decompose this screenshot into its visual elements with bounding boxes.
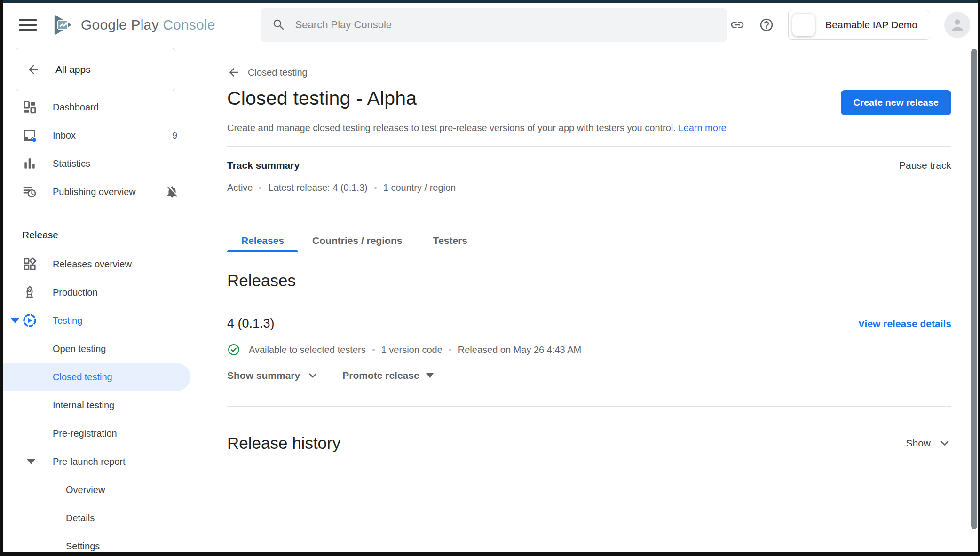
promote-release-button[interactable]: Promote release (342, 370, 433, 381)
show-summary-label: Show summary (227, 370, 300, 381)
show-label: Show (906, 438, 931, 449)
learn-more-link[interactable]: Learn more (678, 123, 726, 133)
sidebar-item-internal-testing[interactable]: Internal testing (3, 391, 196, 419)
link-icon[interactable] (730, 17, 745, 32)
inbox-count-badge: 9 (172, 130, 177, 141)
search-bar[interactable] (261, 8, 727, 42)
title-row: Closed testing - Alpha Create new releas… (227, 87, 951, 115)
sidebar-item-production[interactable]: Production (3, 278, 196, 306)
sidebar-item-label: Details (66, 513, 95, 524)
back-label: Closed testing (248, 67, 308, 78)
tab-countries-regions[interactable]: Countries / regions (298, 229, 416, 252)
release-row: 4 (0.1.3) View release details (227, 316, 951, 331)
release-section-label: Release (22, 229, 196, 245)
sidebar-item-open-testing[interactable]: Open testing (3, 335, 196, 363)
track-summary-section: Track summary Pause track Active Latest … (227, 147, 951, 193)
release-name: 4 (0.1.3) (227, 316, 275, 331)
sidebar-item-dashboard[interactable]: Dashboard (3, 93, 196, 121)
pause-track-button[interactable]: Pause track (899, 160, 951, 171)
play-logo-icon (51, 13, 75, 37)
back-arrow-icon (26, 63, 40, 77)
promote-release-label: Promote release (342, 370, 419, 381)
window-top-bar (0, 0, 980, 3)
track-summary-meta: Active Latest release: 4 (0.1.3) 1 count… (227, 182, 951, 193)
sidebar-item-label: Inbox (53, 130, 76, 141)
sidebar-nav-top: Dashboard Inbox 9 Statistics (3, 93, 196, 206)
sidebar-divider (3, 217, 196, 217)
back-arrow-icon (227, 66, 240, 79)
dot-separator (449, 349, 451, 351)
rocket-icon (22, 285, 37, 300)
sidebar-item-label: Pre-launch report (53, 456, 126, 467)
search-input[interactable] (295, 19, 672, 31)
sidebar-item-pre-launch-report[interactable]: Pre-launch report (3, 447, 196, 476)
released-on-text: Released on May 26 4:43 AM (458, 345, 581, 355)
back-link[interactable]: Closed testing (227, 66, 308, 79)
page-description: Create and manage closed testing release… (227, 123, 951, 133)
menu-icon[interactable] (19, 18, 37, 32)
release-history-section: Release history Show (227, 434, 951, 453)
window-bottom-edge (0, 552, 980, 556)
view-release-details-link[interactable]: View release details (858, 318, 951, 329)
page-title: Closed testing - Alpha (227, 87, 417, 110)
sidebar-item-prelaunch-overview[interactable]: Overview (3, 476, 196, 504)
sidebar-item-releases-overview[interactable]: Releases overview (3, 250, 196, 278)
sidebar-item-label: Statistics (53, 158, 90, 169)
sidebar-item-label: Dashboard (53, 102, 99, 113)
logo-text: Google Play Console (81, 17, 215, 33)
countries-text: 1 country / region (383, 182, 456, 193)
sidebar-item-prelaunch-details[interactable]: Details (3, 504, 196, 532)
search-icon (272, 18, 286, 32)
sidebar-nav-release: Releases overview Production Testing (3, 250, 196, 556)
sidebar-item-statistics[interactable]: Statistics (3, 149, 196, 178)
app-icon (792, 14, 815, 36)
bar-chart-icon (22, 156, 37, 171)
sidebar-item-label: Settings (66, 541, 100, 552)
notifications-off-icon (165, 185, 179, 199)
releases-heading: Releases (227, 271, 951, 290)
availability-text: Available to selected testers (249, 345, 366, 355)
app-switcher-chip[interactable]: Beamable IAP Demo (788, 10, 930, 40)
dot-separator (259, 187, 261, 189)
app-name: Beamable IAP Demo (825, 19, 917, 31)
google-play-console-logo[interactable]: Google Play Console (51, 13, 215, 37)
sidebar-item-label: Pre-registration (53, 428, 117, 439)
show-summary-button[interactable]: Show summary (227, 369, 319, 382)
create-new-release-button[interactable]: Create new release (841, 90, 951, 115)
sidebar-item-label: Production (53, 287, 98, 298)
dot-separator (374, 187, 377, 189)
sidebar-item-testing[interactable]: Testing (3, 306, 196, 335)
tab-releases[interactable]: Releases (227, 229, 298, 252)
version-code-text: 1 version code (381, 345, 443, 355)
sidebar-item-publishing-overview[interactable]: Publishing overview (3, 178, 196, 206)
all-apps-button[interactable]: All apps (16, 48, 175, 91)
caret-down-icon (11, 318, 19, 323)
divider (227, 406, 951, 407)
sidebar-item-pre-registration[interactable]: Pre-registration (3, 419, 196, 447)
help-icon[interactable] (759, 17, 774, 32)
inbox-icon (22, 128, 37, 143)
history-show-button[interactable]: Show (906, 437, 951, 450)
account-avatar[interactable] (944, 12, 971, 38)
main-content: Closed testing Closed testing - Alpha Cr… (227, 47, 951, 453)
sidebar: All apps Dashboard Inbox (3, 47, 196, 552)
caret-down-icon (27, 459, 35, 464)
sidebar-item-label: Closed testing (53, 372, 112, 383)
release-history-heading: Release history (227, 434, 340, 453)
dot-separator (372, 349, 375, 351)
sidebar-item-inbox[interactable]: Inbox 9 (3, 121, 196, 149)
window-right-edge (978, 0, 980, 556)
window-left-edge (0, 0, 3, 556)
sidebar-item-label: Open testing (53, 344, 106, 354)
sidebar-item-label: Releases overview (53, 259, 132, 270)
release-status-row: Available to selected testers 1 version … (227, 343, 951, 356)
publishing-clock-icon (22, 184, 37, 199)
latest-release-text: Latest release: 4 (0.1.3) (268, 182, 367, 193)
testing-play-circle-icon (22, 313, 37, 328)
sidebar-item-label: Overview (66, 485, 105, 495)
sidebar-item-closed-testing[interactable]: Closed testing (3, 363, 190, 391)
scrollbar-thumb[interactable] (971, 49, 977, 529)
tab-testers[interactable]: Testers (416, 229, 484, 252)
chevron-down-icon (307, 369, 319, 382)
person-icon (948, 16, 967, 34)
